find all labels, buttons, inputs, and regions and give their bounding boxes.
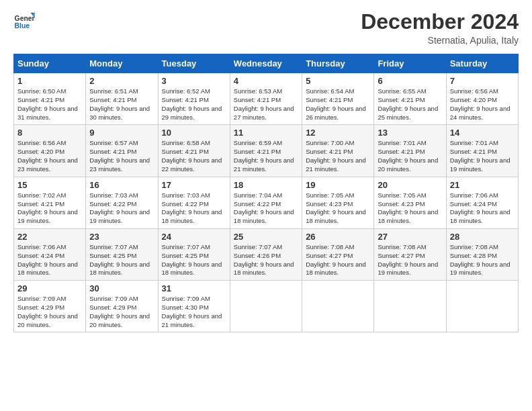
calendar-cell: 17Sunrise: 7:03 AMSunset: 4:22 PMDayligh…	[158, 177, 230, 228]
calendar-cell: 10Sunrise: 6:58 AMSunset: 4:21 PMDayligh…	[158, 125, 230, 177]
header: General Blue December 2024 Sternatia, Ap…	[13, 10, 519, 46]
day-info: Sunrise: 7:08 AMSunset: 4:27 PMDaylight:…	[378, 243, 442, 277]
day-number: 19	[306, 180, 370, 190]
day-number: 21	[450, 180, 515, 190]
day-header-thursday: Thursday	[302, 54, 374, 73]
day-info: Sunrise: 7:03 AMSunset: 4:22 PMDaylight:…	[162, 191, 226, 226]
day-info: Sunrise: 7:02 AMSunset: 4:21 PMDaylight:…	[17, 191, 82, 226]
day-number: 24	[162, 232, 226, 242]
day-header-tuesday: Tuesday	[158, 54, 230, 73]
calendar-cell: 21Sunrise: 7:06 AMSunset: 4:24 PMDayligh…	[446, 177, 518, 228]
day-number: 25	[234, 232, 298, 242]
month-title: December 2024	[361, 10, 519, 34]
calendar-cell	[302, 281, 374, 332]
calendar-cell	[374, 281, 446, 332]
day-info: Sunrise: 6:58 AMSunset: 4:21 PMDaylight:…	[162, 139, 226, 173]
day-info: Sunrise: 6:56 AMSunset: 4:20 PMDaylight:…	[450, 87, 515, 122]
day-number: 26	[306, 232, 370, 242]
day-number: 31	[162, 283, 226, 293]
day-number: 9	[89, 128, 154, 138]
header-row: SundayMondayTuesdayWednesdayThursdayFrid…	[14, 54, 519, 73]
calendar-cell: 26Sunrise: 7:08 AMSunset: 4:27 PMDayligh…	[302, 228, 374, 280]
day-number: 14	[450, 128, 515, 138]
day-info: Sunrise: 7:07 AMSunset: 4:26 PMDaylight:…	[234, 243, 298, 277]
day-info: Sunrise: 6:59 AMSunset: 4:21 PMDaylight:…	[234, 139, 298, 173]
day-info: Sunrise: 6:57 AMSunset: 4:21 PMDaylight:…	[89, 139, 154, 173]
calendar-cell	[446, 281, 518, 332]
day-number: 28	[450, 232, 515, 242]
calendar-cell: 11Sunrise: 6:59 AMSunset: 4:21 PMDayligh…	[230, 125, 302, 177]
day-number: 30	[89, 283, 154, 293]
day-number: 4	[234, 76, 298, 86]
day-info: Sunrise: 6:52 AMSunset: 4:21 PMDaylight:…	[162, 87, 226, 122]
calendar-cell: 2Sunrise: 6:51 AMSunset: 4:21 PMDaylight…	[86, 73, 158, 125]
day-number: 29	[17, 283, 82, 293]
calendar-cell: 12Sunrise: 7:00 AMSunset: 4:21 PMDayligh…	[302, 125, 374, 177]
calendar-cell: 31Sunrise: 7:09 AMSunset: 4:30 PMDayligh…	[158, 281, 230, 332]
calendar-cell: 14Sunrise: 7:01 AMSunset: 4:21 PMDayligh…	[446, 125, 518, 177]
day-header-saturday: Saturday	[446, 54, 518, 73]
calendar-cell: 8Sunrise: 6:56 AMSunset: 4:20 PMDaylight…	[14, 125, 86, 177]
location: Sternatia, Apulia, Italy	[361, 35, 519, 46]
day-number: 16	[89, 180, 154, 190]
day-info: Sunrise: 7:01 AMSunset: 4:21 PMDaylight:…	[450, 139, 515, 173]
day-info: Sunrise: 7:09 AMSunset: 4:29 PMDaylight:…	[89, 295, 154, 329]
day-number: 6	[378, 76, 442, 86]
day-number: 5	[306, 76, 370, 86]
day-number: 10	[162, 128, 226, 138]
day-info: Sunrise: 7:08 AMSunset: 4:28 PMDaylight:…	[450, 243, 515, 277]
day-info: Sunrise: 6:53 AMSunset: 4:21 PMDaylight:…	[234, 87, 298, 122]
day-info: Sunrise: 7:01 AMSunset: 4:21 PMDaylight:…	[378, 139, 442, 173]
day-info: Sunrise: 7:07 AMSunset: 4:25 PMDaylight:…	[162, 243, 226, 277]
calendar-cell: 27Sunrise: 7:08 AMSunset: 4:27 PMDayligh…	[374, 228, 446, 280]
calendar: SundayMondayTuesdayWednesdayThursdayFrid…	[13, 54, 519, 332]
day-info: Sunrise: 6:50 AMSunset: 4:21 PMDaylight:…	[17, 87, 82, 122]
day-info: Sunrise: 7:08 AMSunset: 4:27 PMDaylight:…	[306, 243, 370, 277]
day-number: 20	[378, 180, 442, 190]
day-info: Sunrise: 6:54 AMSunset: 4:21 PMDaylight:…	[306, 87, 370, 122]
calendar-cell: 1Sunrise: 6:50 AMSunset: 4:21 PMDaylight…	[14, 73, 86, 125]
day-number: 23	[89, 232, 154, 242]
day-number: 22	[17, 232, 82, 242]
day-number: 11	[234, 128, 298, 138]
day-info: Sunrise: 6:51 AMSunset: 4:21 PMDaylight:…	[89, 87, 154, 122]
day-info: Sunrise: 7:05 AMSunset: 4:23 PMDaylight:…	[378, 191, 442, 226]
calendar-cell: 3Sunrise: 6:52 AMSunset: 4:21 PMDaylight…	[158, 73, 230, 125]
calendar-cell: 18Sunrise: 7:04 AMSunset: 4:22 PMDayligh…	[230, 177, 302, 228]
calendar-cell: 16Sunrise: 7:03 AMSunset: 4:22 PMDayligh…	[86, 177, 158, 228]
calendar-cell: 20Sunrise: 7:05 AMSunset: 4:23 PMDayligh…	[374, 177, 446, 228]
day-info: Sunrise: 7:09 AMSunset: 4:29 PMDaylight:…	[17, 295, 82, 329]
calendar-cell: 25Sunrise: 7:07 AMSunset: 4:26 PMDayligh…	[230, 228, 302, 280]
day-header-wednesday: Wednesday	[230, 54, 302, 73]
day-number: 15	[17, 180, 82, 190]
day-number: 17	[162, 180, 226, 190]
day-info: Sunrise: 7:03 AMSunset: 4:22 PMDaylight:…	[89, 191, 154, 226]
day-info: Sunrise: 7:06 AMSunset: 4:24 PMDaylight:…	[450, 191, 515, 226]
day-number: 2	[89, 76, 154, 86]
day-info: Sunrise: 7:04 AMSunset: 4:22 PMDaylight:…	[234, 191, 298, 226]
page: General Blue December 2024 Sternatia, Ap…	[0, 0, 532, 411]
day-number: 7	[450, 76, 515, 86]
calendar-cell: 19Sunrise: 7:05 AMSunset: 4:23 PMDayligh…	[302, 177, 374, 228]
week-row-1: 1Sunrise: 6:50 AMSunset: 4:21 PMDaylight…	[14, 73, 519, 125]
day-info: Sunrise: 7:00 AMSunset: 4:21 PMDaylight:…	[306, 139, 370, 173]
day-number: 12	[306, 128, 370, 138]
day-info: Sunrise: 7:09 AMSunset: 4:30 PMDaylight:…	[162, 295, 226, 329]
calendar-cell: 6Sunrise: 6:55 AMSunset: 4:21 PMDaylight…	[374, 73, 446, 125]
logo-icon: General Blue	[13, 10, 35, 32]
week-row-3: 15Sunrise: 7:02 AMSunset: 4:21 PMDayligh…	[14, 177, 519, 228]
title-block: December 2024 Sternatia, Apulia, Italy	[361, 10, 519, 46]
week-row-4: 22Sunrise: 7:06 AMSunset: 4:24 PMDayligh…	[14, 228, 519, 280]
calendar-cell: 24Sunrise: 7:07 AMSunset: 4:25 PMDayligh…	[158, 228, 230, 280]
day-info: Sunrise: 6:56 AMSunset: 4:20 PMDaylight:…	[17, 139, 82, 173]
day-info: Sunrise: 7:06 AMSunset: 4:24 PMDaylight:…	[17, 243, 82, 277]
calendar-cell: 29Sunrise: 7:09 AMSunset: 4:29 PMDayligh…	[14, 281, 86, 332]
day-info: Sunrise: 7:07 AMSunset: 4:25 PMDaylight:…	[89, 243, 154, 277]
day-number: 3	[162, 76, 226, 86]
calendar-cell: 28Sunrise: 7:08 AMSunset: 4:28 PMDayligh…	[446, 228, 518, 280]
week-row-2: 8Sunrise: 6:56 AMSunset: 4:20 PMDaylight…	[14, 125, 519, 177]
day-number: 8	[17, 128, 82, 138]
day-info: Sunrise: 7:05 AMSunset: 4:23 PMDaylight:…	[306, 191, 370, 226]
day-number: 1	[17, 76, 82, 86]
calendar-cell: 30Sunrise: 7:09 AMSunset: 4:29 PMDayligh…	[86, 281, 158, 332]
